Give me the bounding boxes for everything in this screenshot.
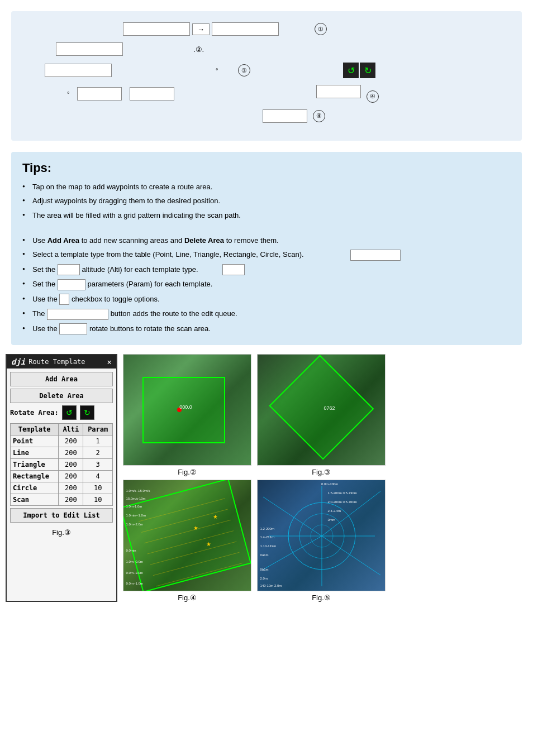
cell-template[interactable]: Point <box>11 436 59 447</box>
tips-list: Tap on the map to add waypoints to creat… <box>22 180 511 337</box>
input-box-7-container: ④ <box>316 85 379 103</box>
close-button[interactable]: ✕ <box>107 357 112 366</box>
cell-template[interactable]: Scan <box>11 494 59 506</box>
fig3-text: 0762 <box>324 405 335 411</box>
svg-line-4 <box>150 542 237 564</box>
table-row[interactable]: Line2002 <box>11 447 113 459</box>
fig5-label-ml3: 1.10-119m <box>260 544 277 548</box>
right-figures: 000.0 Fig.② 0762 Fig.③ <box>123 354 386 602</box>
svg-line-1 <box>141 509 228 532</box>
rotate-left-button-3[interactable]: ↺ <box>343 63 359 78</box>
rotate-right-button-3[interactable]: ↻ <box>360 63 375 78</box>
fig5-label-bl1: 0b1m <box>260 568 269 571</box>
cell-alti[interactable]: 200 <box>59 482 83 494</box>
circle-num-1: ① <box>315 23 327 35</box>
tip-item-10: Use the rotate buttons to rotate the sca… <box>22 322 511 337</box>
cell-param[interactable]: 10 <box>83 482 113 494</box>
fig3-label: Fig.③ <box>312 468 331 476</box>
tip-item-1: Tap on the map to add waypoints to creat… <box>22 180 511 194</box>
rotate-area-row: Rotate Area: ↺ ↻ <box>10 405 113 420</box>
arrow-button[interactable]: → <box>192 23 210 35</box>
import-to-edit-list-button[interactable]: Import to Edit List <box>10 508 113 523</box>
instruction-row-1: → ① <box>22 22 511 36</box>
cell-alti[interactable]: 200 <box>59 447 83 459</box>
rotate-area-label: Rotate Area: <box>10 409 59 417</box>
delete-area-button[interactable]: Delete Area <box>10 389 113 403</box>
circle-num-3: ③ <box>238 64 250 76</box>
top-figures-row: 000.0 Fig.② 0762 Fig.③ <box>123 354 386 476</box>
instruction-row-3: ° ③ ↺ ↻ <box>22 63 511 78</box>
tip-inline-box-alti <box>58 264 80 275</box>
table-row[interactable]: Scan20010 <box>11 494 113 506</box>
instruction-area: → ① .②. ° ③ ↺ ↻ <box>11 11 522 141</box>
col-alti: Alti <box>59 424 83 436</box>
tip-item-6: Set the altitude (Alti) for each templat… <box>22 262 511 277</box>
rotate-left-button[interactable]: ↺ <box>62 405 77 420</box>
fig4-label-tl: 1.0m/s~15.0m/s <box>126 489 150 492</box>
input-box-2[interactable] <box>212 22 279 36</box>
svg-line-0 <box>139 499 225 521</box>
cell-template[interactable]: Rectangle <box>11 471 59 482</box>
cell-alti[interactable]: 200 <box>59 471 83 482</box>
fig5-label-ml1: 1.2-200m <box>260 527 274 530</box>
circle-3: ③ <box>238 64 250 76</box>
tip-inline-box-1 <box>350 250 401 261</box>
degree-symbol-3: ° <box>216 67 218 74</box>
cell-alti[interactable]: 200 <box>59 494 83 506</box>
fig3-diamond-overlay <box>269 355 374 460</box>
cell-param[interactable]: 2 <box>83 447 113 459</box>
route-panel-header: dji Route Template ✕ <box>7 355 116 369</box>
col-template: Template <box>11 424 59 436</box>
rotate-btns-3: ↺ ↻ <box>343 63 375 78</box>
tip-inline-box-param <box>58 279 85 290</box>
input-box-5[interactable] <box>77 87 122 101</box>
add-area-button[interactable]: Add Area <box>10 372 113 386</box>
fig2-image: 000.0 <box>123 354 251 466</box>
row2-desc: .②. <box>193 45 204 54</box>
fig5-label-ml2: 1.4-211m <box>260 535 274 539</box>
table-row[interactable]: Circle20010 <box>11 482 113 494</box>
fig4-label-1: 15.0m/s-10m <box>126 497 146 500</box>
input-box-7[interactable] <box>316 85 361 98</box>
fig2-text: 000.0 <box>179 404 192 410</box>
svg-line-5 <box>153 553 240 576</box>
input-box-8[interactable] <box>263 109 307 123</box>
template-table: Template Alti Param Point2001Line2002Tri… <box>10 423 113 506</box>
bottom-figures-row: 1.0m/s~15.0m/s 15.0m/s-10m 1.0m-1.0m 1.0… <box>123 480 386 602</box>
fig5-label-tr3: 2.4-2.4m <box>327 509 341 513</box>
circle-num-4a: ④ <box>367 90 379 103</box>
table-row[interactable]: Rectangle2004 <box>11 471 113 482</box>
table-row[interactable]: Point2001 <box>11 436 113 447</box>
col-param: Param <box>83 424 113 436</box>
input-box-1[interactable] <box>123 22 190 36</box>
svg-line-6 <box>156 563 242 586</box>
fig5-container: 0.0m-300m 1.5-200m 0.5-730m 2.0-200m 0.5… <box>257 480 386 602</box>
tip-inline-box-rotate <box>59 323 87 334</box>
cell-alti[interactable]: 200 <box>59 459 83 471</box>
cell-template[interactable]: Line <box>11 447 59 459</box>
tip-inline-box-import <box>47 309 108 320</box>
cell-param[interactable]: 4 <box>83 471 113 482</box>
cell-param[interactable]: 3 <box>83 459 113 471</box>
fig4-label-8: 0.0m~1.0m <box>126 582 143 585</box>
fig5-svg <box>258 480 385 591</box>
cell-template[interactable]: Circle <box>11 482 59 494</box>
fig5-label-ml4: 0a1m <box>260 553 269 557</box>
svg-line-7 <box>263 497 322 536</box>
table-row[interactable]: Triangle2003 <box>11 459 113 471</box>
tip-inline-box-check <box>59 294 69 305</box>
fig3-container: 0762 Fig.③ <box>257 354 386 476</box>
cell-param[interactable]: 1 <box>83 436 113 447</box>
fig4-wp2: ★ <box>206 541 211 547</box>
fig5-label-bl3: 140-10m 2.0m <box>260 584 282 587</box>
rotate-right-button[interactable]: ↻ <box>80 405 94 420</box>
input-box-4[interactable] <box>45 64 112 77</box>
cell-param[interactable]: 10 <box>83 494 113 506</box>
cell-template[interactable]: Triangle <box>11 459 59 471</box>
circle-num-4b: ④ <box>313 110 325 122</box>
input-box-3[interactable] <box>56 42 123 56</box>
input-box-6[interactable] <box>130 87 174 101</box>
cell-alti[interactable]: 200 <box>59 436 83 447</box>
fig5-label-top: 0.0m-300m <box>321 482 338 486</box>
arrow-icon: → <box>197 25 204 34</box>
